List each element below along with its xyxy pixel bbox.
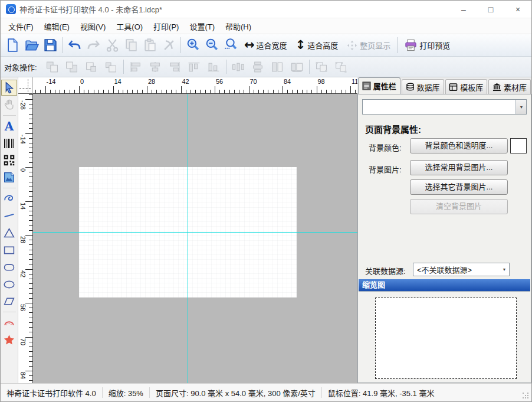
window-controls: – □ × <box>450 1 531 18</box>
tab-materials[interactable]: 素材库 <box>488 79 531 94</box>
distribute-horizontal-button[interactable] <box>229 58 248 75</box>
combobox-dropdown-button[interactable]: ▼ <box>515 100 526 114</box>
resize-grip[interactable] <box>523 393 530 400</box>
ruler-label: 28 <box>19 236 27 243</box>
rounded-rect-icon <box>3 261 15 273</box>
thumbnail-header: 缩览图 <box>359 279 530 291</box>
bring-forward-button[interactable] <box>82 58 101 75</box>
cut-button[interactable] <box>103 36 121 55</box>
clear-bg-button[interactable]: 清空背景图片 <box>410 199 508 214</box>
maximize-button[interactable]: □ <box>477 1 504 18</box>
tool-separator <box>3 312 16 312</box>
same-height-button[interactable] <box>287 58 307 75</box>
design-canvas[interactable] <box>33 94 357 383</box>
parallelogram-tool-button[interactable] <box>1 293 17 309</box>
copy-button[interactable] <box>121 36 140 55</box>
datasource-value: <不关联数据源> <box>413 264 500 275</box>
toolbar-separator <box>309 60 310 74</box>
align-top-button[interactable] <box>185 58 204 75</box>
fit-page-button[interactable]: 整页显示 <box>342 36 395 55</box>
qrcode-tool-button[interactable] <box>1 152 17 168</box>
pan-tool-button[interactable] <box>1 97 17 113</box>
star-tool-button[interactable] <box>1 332 17 348</box>
rounded-rect-tool-button[interactable] <box>1 259 17 275</box>
menu-settings[interactable]: 设置(T) <box>184 18 220 34</box>
align-left-button[interactable] <box>126 58 146 75</box>
tab-properties[interactable]: 属性栏 <box>358 77 400 94</box>
menu-print[interactable]: 打印(P) <box>148 18 184 34</box>
bring-to-front-button[interactable] <box>43 58 63 75</box>
barcode-tool-button[interactable] <box>1 135 17 151</box>
bg-image-label: 背景图片: <box>369 164 402 175</box>
menu-view[interactable]: 视图(V) <box>75 18 111 34</box>
fit-height-button[interactable]: ↕ 适合高度 <box>291 36 343 55</box>
zoom-actual-button[interactable] <box>221 36 240 55</box>
fit-height-label: 适合高度 <box>307 40 338 51</box>
redo-button[interactable] <box>84 36 103 55</box>
print-preview-button[interactable]: 打印预览 <box>400 36 454 55</box>
rectangle-tool-button[interactable] <box>1 242 17 258</box>
ruler-label: 84 <box>284 78 291 85</box>
seal-stamp-icon <box>3 316 15 329</box>
toolbar-separator <box>180 37 181 53</box>
bg-color-button[interactable]: 背景颜色和透明度... <box>410 138 508 153</box>
minimize-button[interactable]: – <box>450 1 477 18</box>
app-icon <box>6 4 16 14</box>
menu-tools[interactable]: 工具(O) <box>111 18 148 34</box>
seal-tool-button[interactable] <box>1 315 17 331</box>
star-icon <box>3 334 15 346</box>
object-toolbar-label: 对象操作: <box>4 61 37 73</box>
section-title: 页面背景属性: <box>365 123 421 135</box>
object-selector-combobox[interactable]: ▼ <box>362 99 527 115</box>
select-other-bg-button[interactable]: 选择其它背景图片... <box>410 179 508 195</box>
line-tool-button[interactable] <box>1 208 17 224</box>
window-title: 神奇证卡证书打印软件 4.0 - 未命名1.idcp* <box>19 4 162 15</box>
object-selector-value <box>363 100 515 114</box>
ungroup-button[interactable] <box>331 58 351 75</box>
ruler-label: 70 <box>19 338 27 345</box>
tab-templates-label: 模板库 <box>460 81 483 93</box>
zoom-in-button[interactable] <box>183 36 202 55</box>
save-button[interactable] <box>41 36 60 55</box>
ellipse-icon <box>3 278 15 290</box>
paste-button[interactable] <box>140 36 159 55</box>
align-bottom-button[interactable] <box>204 58 224 75</box>
tab-templates[interactable]: 模板库 <box>445 79 488 94</box>
image-tool-button[interactable] <box>1 169 17 185</box>
same-width-button[interactable] <box>268 58 287 75</box>
image-icon <box>3 171 15 184</box>
datasource-select[interactable]: <不关联数据源> ▼ <box>413 263 510 276</box>
align-right-button[interactable] <box>165 58 185 75</box>
close-button[interactable]: × <box>504 1 531 18</box>
status-bar: 神奇证卡证书打印软件 4.0 缩放: 35% 页面尺寸: 90.0 毫米 x 5… <box>1 383 531 401</box>
send-backward-button[interactable] <box>101 58 121 75</box>
menu-edit[interactable]: 编辑(E) <box>39 18 75 34</box>
zoom-out-button[interactable] <box>202 36 221 55</box>
ruler-label: 14 <box>114 78 121 85</box>
status-page-size: 页面尺寸: 90.0 毫米 x 54.0 毫米, 300 像素/英寸 <box>150 387 321 398</box>
text-tool-button[interactable]: A <box>1 118 17 134</box>
new-document-button[interactable] <box>3 36 22 55</box>
send-to-back-button[interactable] <box>63 58 82 75</box>
toolbar-separator <box>397 37 398 53</box>
menu-file[interactable]: 文件(F) <box>3 18 39 34</box>
undo-button[interactable] <box>65 36 84 55</box>
select-common-bg-button[interactable]: 选择常用背景图片... <box>410 160 508 175</box>
select-tool-button[interactable] <box>1 80 17 96</box>
distribute-vertical-button[interactable] <box>248 58 268 75</box>
triangle-tool-button[interactable] <box>1 225 17 241</box>
group-button[interactable] <box>312 58 331 75</box>
delete-button[interactable] <box>159 36 178 55</box>
curve-tool-button[interactable] <box>1 191 17 207</box>
tab-database[interactable]: 数据库 <box>402 79 444 94</box>
align-center-horizontal-button[interactable] <box>146 58 165 75</box>
ruler-label: 14 <box>19 202 27 210</box>
curve-icon <box>3 192 15 205</box>
thumbnail-page-outline <box>375 298 517 379</box>
template-icon <box>449 83 458 91</box>
ellipse-tool-button[interactable] <box>1 276 17 292</box>
vertical-center-guide <box>188 94 188 383</box>
fit-width-button[interactable]: ↔ 适合宽度 <box>240 36 291 55</box>
open-file-button[interactable] <box>22 36 41 55</box>
menu-help[interactable]: 帮助(H) <box>220 18 257 34</box>
